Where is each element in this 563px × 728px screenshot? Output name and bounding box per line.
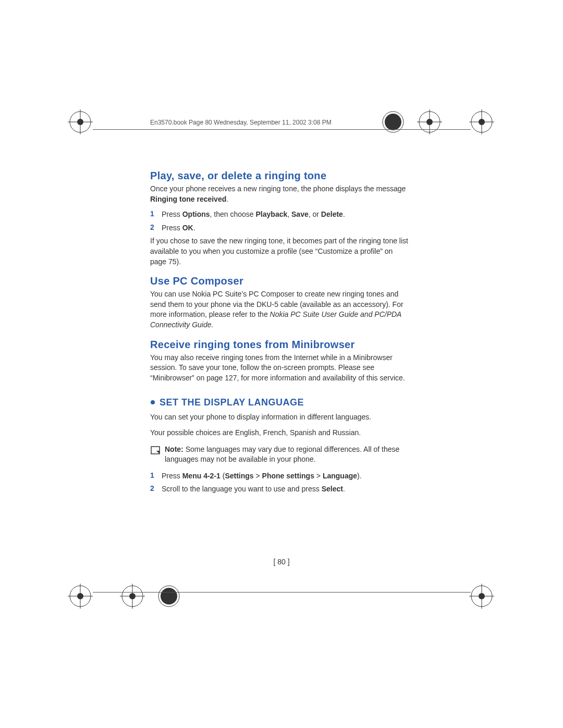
heading-receive-minibrowser: Receive ringing tones from Minibrowser — [150, 339, 411, 351]
text: . — [343, 210, 345, 218]
text-bold: Note: — [165, 445, 186, 453]
paragraph: If you chose to save the new ringing ton… — [150, 236, 411, 267]
page: En3570.book Page 80 Wednesday, September… — [0, 0, 563, 728]
text: Scroll to the language you want to use a… — [162, 485, 322, 493]
list-item: 2 Press OK. — [150, 223, 411, 233]
crop-mark-icon — [381, 109, 406, 134]
text: . — [343, 485, 345, 493]
step-number: 2 — [150, 484, 162, 495]
crop-mark-icon — [120, 584, 145, 609]
step-text: Press Options, then choose Playback, Sav… — [162, 209, 345, 220]
text: , — [287, 210, 291, 218]
text: , then choose — [210, 210, 256, 218]
bullet-icon — [150, 397, 155, 408]
list-item: 2 Scroll to the language you want to use… — [150, 484, 411, 495]
text: Press — [162, 210, 182, 218]
text-bold: Options — [182, 210, 210, 218]
crop-mark-icon — [469, 584, 494, 609]
paragraph: You can use Nokia PC Suite’s PC Composer… — [150, 289, 411, 330]
divider — [93, 592, 471, 593]
step-text: Press Menu 4-2-1 (Settings > Phone setti… — [162, 471, 362, 482]
svg-point-21 — [426, 119, 433, 125]
paragraph: Your possible choices are English, Frenc… — [150, 428, 411, 438]
svg-point-16 — [385, 114, 401, 130]
text: ). — [357, 472, 362, 480]
crop-mark-icon — [417, 109, 442, 134]
text-bold: Select — [322, 485, 343, 493]
crop-mark-icon — [68, 109, 93, 134]
text: > — [254, 472, 262, 480]
svg-point-3 — [77, 119, 83, 125]
text-bold: Save — [291, 210, 309, 218]
text: > — [314, 472, 323, 480]
svg-point-26 — [161, 588, 177, 604]
text: . — [226, 195, 228, 203]
text-bold: Settings — [225, 472, 253, 480]
step-text: Press OK. — [162, 223, 195, 233]
note-callout: Note: Some languages may vary due to reg… — [150, 445, 411, 465]
step-number: 1 — [150, 209, 162, 220]
paragraph: You may also receive ringing tones from … — [150, 353, 411, 384]
text-bold: Ringing tone received — [150, 195, 226, 203]
text: , or — [309, 210, 321, 218]
step-number: 1 — [150, 471, 162, 482]
text-bold: Menu 4-2-1 — [182, 472, 221, 480]
paragraph: Once your phone receives a new ringing t… — [150, 184, 411, 204]
divider — [93, 129, 471, 130]
text: Once your phone receives a new ringing t… — [150, 184, 406, 193]
crop-mark-icon — [68, 584, 93, 609]
page-header: En3570.book Page 80 Wednesday, September… — [150, 119, 332, 126]
section-heading-display-language: SET THE DISPLAY LANGUAGE — [150, 397, 411, 408]
text: Press — [162, 224, 182, 232]
text-bold: Phone settings — [262, 472, 314, 480]
svg-point-11 — [77, 593, 83, 599]
paragraph: You can set your phone to display inform… — [150, 412, 411, 423]
text: Press — [162, 472, 182, 480]
svg-point-15 — [479, 593, 485, 599]
svg-point-28 — [151, 400, 155, 404]
crop-mark-icon — [156, 584, 181, 609]
text: . — [193, 224, 195, 232]
list-item: 1 Press Menu 4-2-1 (Settings > Phone set… — [150, 471, 411, 482]
svg-point-25 — [129, 593, 136, 599]
step-number: 2 — [150, 223, 162, 233]
svg-rect-29 — [151, 447, 160, 454]
text-bold: Delete — [321, 210, 343, 218]
svg-point-7 — [479, 119, 485, 125]
step-text: Scroll to the language you want to use a… — [162, 484, 345, 495]
text-bold: OK — [182, 224, 193, 232]
text: Some languages may vary due to regional … — [165, 445, 399, 464]
section-title: SET THE DISPLAY LANGUAGE — [160, 397, 304, 408]
heading-use-pc-composer: Use PC Composer — [150, 275, 411, 287]
crop-mark-icon — [469, 109, 494, 134]
note-text: Note: Some languages may vary due to reg… — [165, 445, 411, 465]
text-bold: Playback — [256, 210, 288, 218]
note-icon — [150, 445, 165, 465]
page-number: [ 80 ] — [0, 558, 563, 566]
heading-play-save-delete: Play, save, or delete a ringing tone — [150, 170, 411, 182]
list-item: 1 Press Options, then choose Playback, S… — [150, 209, 411, 220]
content-body: Play, save, or delete a ringing tone Onc… — [150, 162, 411, 498]
text-bold: Language — [323, 472, 357, 480]
